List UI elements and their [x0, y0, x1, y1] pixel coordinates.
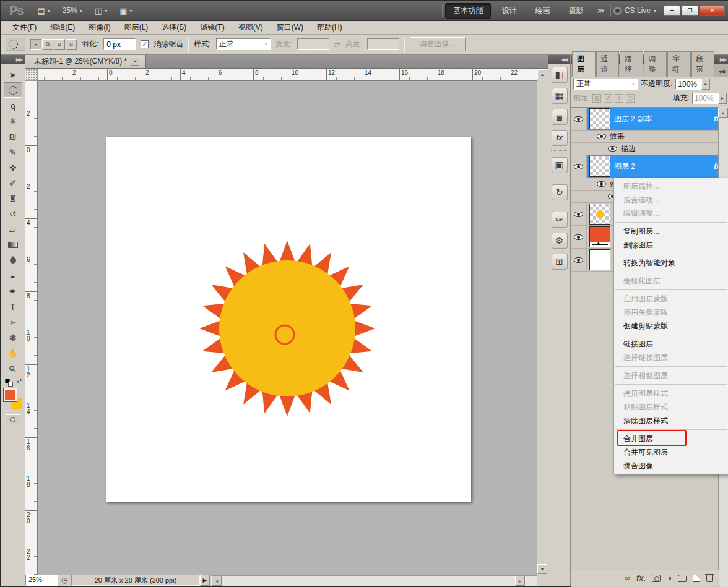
clone-source-panel-icon[interactable]: ⊞ — [552, 254, 568, 270]
new-selection-button[interactable]: ▪ — [30, 39, 41, 50]
clone-stamp-tool[interactable]: ♜ — [4, 191, 22, 206]
arrange-documents-button[interactable]: ◫ ▾ — [92, 5, 110, 17]
color-panel-icon[interactable]: ◧ — [552, 67, 568, 83]
layer-thumbnail[interactable] — [589, 226, 610, 247]
style-select[interactable]: 正常 ▾ — [216, 38, 271, 50]
zoom-level-button[interactable]: 25% ▾ — [59, 5, 85, 16]
cs-live-button[interactable]: CS Live ▾ — [613, 6, 656, 15]
canvas[interactable] — [106, 137, 471, 502]
maximize-button[interactable]: ❐ — [682, 6, 698, 16]
context-menu-item-转换为智能对象[interactable]: 转换为智能对象 — [614, 256, 728, 270]
adjustments-panel-icon[interactable]: ▣ — [552, 157, 568, 173]
layer-effect-row[interactable]: 效果 — [571, 131, 728, 143]
hand-tool[interactable]: ✋ — [4, 345, 22, 361]
adjustment-layer-icon[interactable]: ◑ — [667, 573, 672, 583]
panel-tab-调整[interactable]: 调整 — [644, 51, 667, 77]
panel-tab-段落[interactable]: 段落 — [691, 51, 715, 77]
status-zoom-field[interactable]: 25% — [25, 575, 58, 586]
swap-colors-icon[interactable]: ⇄ — [17, 377, 22, 384]
menubar-item-选择[interactable]: 选择(S) — [155, 21, 193, 34]
visibility-cell[interactable] — [571, 226, 587, 248]
add-mask-icon[interactable] — [652, 575, 661, 582]
status-menu-arrow-icon[interactable]: ▶ — [200, 575, 210, 586]
context-menu-item-合并可见图层[interactable]: 合并可见图层 — [614, 445, 728, 459]
context-menu-item-链接图层[interactable]: 链接图层 — [614, 337, 728, 351]
healing-brush-tool[interactable]: ✜ — [4, 160, 22, 175]
layer-effect-row[interactable]: 描边 — [571, 143, 728, 155]
eye-icon[interactable] — [597, 181, 606, 187]
layer-row[interactable]: 图层 2 副本fx▴ — [571, 108, 728, 131]
eye-icon[interactable] — [608, 146, 617, 152]
layer-thumbnail[interactable] — [589, 156, 610, 177]
elliptical-marquee-tool[interactable] — [4, 82, 22, 98]
scroll-left-icon[interactable]: ◄ — [212, 576, 222, 586]
move-tool[interactable]: ➤ — [4, 67, 22, 82]
spinner-icon[interactable]: ▸ — [701, 79, 710, 90]
crop-tool[interactable]: ₪ — [4, 129, 22, 144]
layer-style-icon[interactable]: fx. — [636, 573, 646, 583]
lasso-tool[interactable]: ρ — [4, 98, 22, 113]
document-horizontal-scrollbar[interactable]: ◄ ► — [211, 575, 537, 586]
lock-transparency-icon[interactable]: ▨ — [592, 94, 601, 103]
brush-tool[interactable]: ✐ — [4, 175, 22, 191]
launch-bridge-button[interactable]: ▤ ▾ — [34, 5, 53, 17]
visibility-cell[interactable] — [571, 249, 587, 271]
menubar-item-视图[interactable]: 视图(V) — [232, 21, 270, 34]
close-button[interactable]: ✕ — [700, 6, 725, 16]
context-menu-item-拼合图像[interactable]: 拼合图像 — [614, 459, 728, 473]
visibility-cell[interactable] — [571, 155, 587, 178]
brush-panel-icon[interactable]: ✑ — [552, 212, 568, 228]
lock-pixels-icon[interactable]: ✐ — [604, 94, 612, 103]
width-input[interactable] — [297, 38, 329, 50]
dock-expand-button[interactable]: ◀◀ — [548, 55, 570, 64]
pen-tool[interactable]: ✒ — [4, 283, 22, 299]
document-vertical-scrollbar[interactable]: ▲ ▼ — [537, 69, 548, 575]
visibility-cell[interactable] — [571, 203, 587, 225]
quick-selection-tool[interactable]: ✳ — [4, 113, 22, 129]
context-menu-item-复制图层[interactable]: 复制图层... — [614, 225, 728, 238]
workspace-overflow-button[interactable]: ≫ — [594, 5, 608, 16]
menubar-item-图层[interactable]: 图层(L) — [118, 21, 155, 34]
panel-tab-路径[interactable]: 路径 — [620, 51, 643, 77]
scroll-right-icon[interactable]: ► — [515, 576, 525, 586]
intersect-selection-button[interactable]: ⧅ — [66, 39, 77, 50]
eye-icon[interactable] — [597, 134, 606, 139]
styles-panel-icon[interactable]: fx — [552, 130, 568, 146]
toolbox-collapse-button[interactable]: ▶▶ — [1, 55, 25, 64]
eyedropper-tool[interactable]: ✎ — [4, 144, 22, 160]
height-input[interactable] — [367, 38, 399, 50]
screen-mode-button[interactable]: ▣ ▾ — [116, 5, 135, 17]
feather-input[interactable] — [103, 38, 136, 50]
menubar-item-窗口[interactable]: 窗口(W) — [270, 21, 310, 34]
workspace-button-绘画[interactable]: 绘画 — [527, 3, 558, 19]
gradient-tool[interactable] — [4, 237, 22, 252]
swatches-panel-icon[interactable]: ▦ — [552, 88, 568, 104]
link-layers-icon[interactable]: ∞ — [625, 573, 630, 583]
zoom-tool[interactable]: ⚲ — [4, 361, 22, 376]
lock-position-icon[interactable]: ✛ — [615, 94, 623, 103]
subtract-selection-button[interactable]: ⧄ — [54, 39, 65, 50]
default-swatches-control[interactable]: ⇄ — [4, 377, 22, 387]
layer-thumbnail[interactable] — [589, 108, 610, 129]
document-tab[interactable]: 未标题-1 @ 25%(CMYK/8) * ✕ — [25, 55, 146, 68]
add-selection-button[interactable]: ⧉ — [42, 39, 53, 50]
menubar-item-编辑[interactable]: 编辑(E) — [43, 21, 82, 34]
tab-close-icon[interactable]: ✕ — [131, 58, 139, 66]
swap-dimensions-icon[interactable]: ⇄ — [334, 40, 340, 49]
menubar-item-文件[interactable]: 文件(F) — [6, 21, 43, 34]
eraser-tool[interactable]: ▱ — [4, 221, 22, 237]
menubar-item-图像[interactable]: 图像(I) — [82, 21, 117, 34]
refine-edge-button[interactable]: 调整边缘… — [410, 37, 466, 51]
workspace-button-摄影[interactable]: 摄影 — [560, 3, 591, 19]
panel-menu-icon[interactable]: ▾≡ — [715, 68, 728, 77]
layer-thumbnail[interactable] — [589, 204, 610, 225]
antialias-checkbox[interactable]: ✓ — [141, 40, 149, 48]
scroll-up-icon[interactable]: ▲ — [718, 108, 728, 118]
context-menu-item-创建剪贴蒙版[interactable]: 创建剪贴蒙版 — [614, 319, 728, 333]
dodge-tool[interactable]: ◒ — [4, 268, 22, 283]
type-tool[interactable]: T — [4, 299, 22, 314]
new-group-icon[interactable] — [678, 576, 687, 582]
custom-shape-tool[interactable]: ❃ — [4, 330, 22, 345]
scroll-up-icon[interactable]: ▲ — [537, 69, 547, 79]
opacity-control[interactable]: 100% ▸ — [675, 79, 710, 90]
